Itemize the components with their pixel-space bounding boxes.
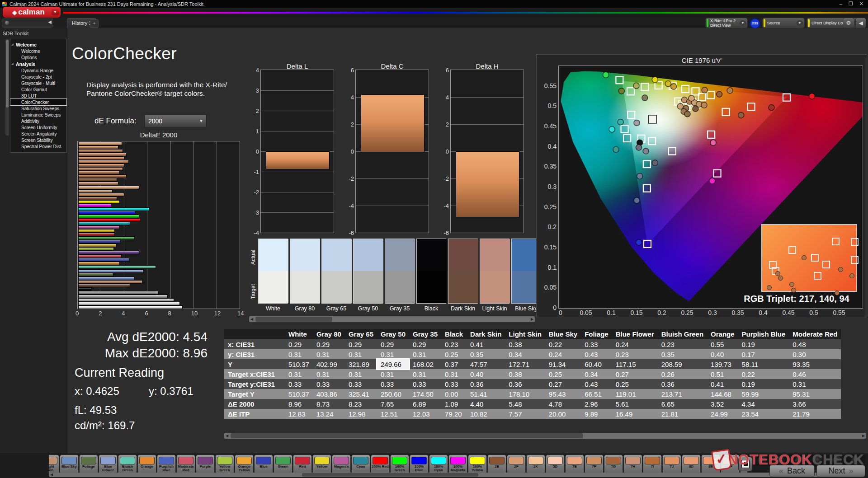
patch-7h[interactable]: 7H [623,455,642,475]
patch-7j[interactable]: 7J [662,455,681,475]
tree-group-analysis[interactable]: Analysis [10,61,66,67]
formula-select[interactable]: 2000 ▼ [144,115,207,127]
collapse-right-panel-icon[interactable]: ◀ [855,18,866,28]
axis-tick-label: 0.45 [782,309,795,316]
patch-cyan[interactable]: Cyan [351,455,370,475]
close-icon[interactable]: ✕ [859,1,863,7]
patch-orange-yellow[interactable]: OrangeYellow [235,455,254,475]
patch-8f[interactable]: 8F [721,455,740,475]
sidebar-item-screen-uniformity[interactable]: Screen Uniformity [10,124,66,131]
patch-green[interactable]: Green [274,455,292,475]
axis-tick-label: -6 [443,230,451,236]
chevron-down-icon[interactable]: ▼ [740,20,746,26]
knob-icon[interactable] [776,456,784,464]
patch-100-blue[interactable]: 100%Blue [410,455,429,475]
table-scrollbar[interactable]: ◀▶ [224,433,866,439]
patch-color [625,457,641,464]
patch-7e[interactable]: 7E [565,455,584,475]
delta-c-bar [361,94,424,152]
patch-blue-flower[interactable]: BlueFlower [99,455,118,475]
axis-tick-label: 4 [122,310,125,317]
collapse-left-icon[interactable]: ◀ [48,19,52,24]
patch-100-yellow[interactable]: 100%Yellow [468,455,487,475]
patch-yellow-green[interactable]: YellowGreen [215,455,234,475]
maximize-icon[interactable]: ❐ [849,1,853,7]
knob-icon[interactable] [795,456,803,464]
patch-magenta[interactable]: Magenta [332,455,351,475]
patch-blue[interactable]: Blue [254,455,273,475]
patch-moderate-red[interactable]: ModerateRed [176,455,195,475]
knob-icon[interactable] [833,456,841,464]
sidebar-item-dynamic-range[interactable]: Dynamic Range [10,67,66,74]
sidebar-scrollbar[interactable] [5,39,9,136]
cie-chart-panel: CIE 1976 u'v' RGB Triplet: 217, 140, 94 … [536,54,867,317]
patch-100-cyan[interactable]: 100%Cyan [429,455,448,475]
patch-2f[interactable]: 2F [507,455,526,475]
knob-icon[interactable] [814,456,822,464]
deltae-bar [78,244,116,247]
measured-marker [709,178,715,184]
patch-purple[interactable]: Purple [196,455,215,475]
back-button[interactable]: «Back [769,465,815,477]
patch-scrollbar[interactable]: ◀▶ [49,473,848,477]
patch-100-green[interactable]: 100%Green [390,455,409,475]
patch-8e[interactable]: 8E [701,455,720,475]
table-cell: 0.34 [581,369,612,379]
patch-2k[interactable]: 2K [526,455,545,475]
axis-tick-label: 4 [351,94,356,101]
patch-5d[interactable]: 5D [546,455,565,475]
sidebar-item-3d-lut[interactable]: 3D LUT [10,93,66,99]
next-button[interactable]: Next» [816,465,865,477]
patch-red[interactable]: Red [293,455,312,475]
patch-7g[interactable]: 7G [604,455,623,475]
stop-measure-button[interactable] [738,457,753,471]
tree-group-welcome[interactable]: Welcome [10,41,66,48]
table-cell: 0.33 [377,379,409,389]
patch-bluish-green[interactable]: BluishGreen [118,455,137,475]
patch-foliage[interactable]: Foliage [79,455,98,475]
inset-square-marker [851,238,859,246]
patch-2e[interactable]: 2E [487,455,506,475]
meter-count-badge[interactable]: 233 [750,18,760,29]
sidebar-item-colorchecker[interactable]: ColorChecker [10,99,66,105]
sidebar-item-saturation-sweeps[interactable]: Saturation Sweeps [10,105,66,112]
patch-orange[interactable]: Orange [137,455,156,475]
chevron-down-icon[interactable]: ▼ [52,9,59,15]
sidebar-item-grayscale-2pt[interactable]: Grayscale - 2pt [10,74,66,80]
sidebar-item-color-gamut[interactable]: Color Gamut [10,86,66,93]
source-dropdown[interactable]: Source ▼ [762,18,805,28]
meter-dropdown[interactable]: X-Rite i1Pro 2Direct View ▼ [705,18,748,28]
sidebar-item-options[interactable]: Options [10,54,66,61]
patch-yellow[interactable]: Yellow [312,455,331,475]
table-cell: 1.09 [441,399,467,409]
patch-7i[interactable]: 7I [643,455,662,475]
patch-100-red[interactable]: 100% Red [371,455,390,475]
patch-blue-sky[interactable]: Blue Sky [60,455,79,475]
chevron-down-icon[interactable]: ▼ [797,20,803,26]
sidebar-item-grayscale-multi[interactable]: Grayscale - Multi [10,80,66,86]
table-cell: 321.89 [345,359,377,369]
table-header-row: WhiteGray 80Gray 65Gray 50Gray 35BlackDa… [224,329,841,339]
sidebar-item-additivity[interactable]: Additivity [10,118,66,124]
patch-7f[interactable]: 7F [585,455,604,475]
patch-color [431,457,446,464]
swatch-scrollbar[interactable]: ◀▶ [249,316,535,322]
add-tab-button[interactable]: + [90,19,99,28]
knob-icon[interactable] [852,456,860,464]
knob-icon[interactable] [758,456,766,464]
calman-menu-button[interactable]: ◈ calman ▼ [3,7,61,18]
sidebar-item-welcome[interactable]: Welcome [10,48,66,54]
sidebar-item-spectral-power-dist-[interactable]: Spectral Power Dist. [10,143,66,150]
layout-panel-chip[interactable]: ◀ [2,19,53,28]
gear-icon[interactable]: ⚙ [843,18,854,28]
patch-8d[interactable]: 8D [682,455,701,475]
patch-purplish-blue[interactable]: PurplishBlue [157,455,176,475]
titlebar: Calman 2024 Calman Ultimate for Business… [0,0,868,8]
swatch-label: Black [416,305,446,312]
sidebar-item-screen-stability[interactable]: Screen Stability [10,137,66,143]
patch-light-skin[interactable]: LightSkin [49,455,59,475]
sidebar-item-luminance-sweeps[interactable]: Luminance Sweeps [10,112,66,118]
patch-100-magenta[interactable]: 100%Magenta [448,455,467,475]
minimize-icon[interactable]: – [840,1,842,7]
sidebar-item-screen-angularity[interactable]: Screen Angularity [10,131,66,137]
